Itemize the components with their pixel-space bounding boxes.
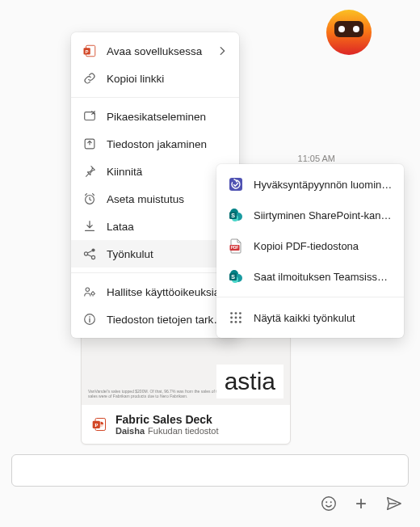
plus-icon[interactable]: + [352,495,370,512]
menu-workflows[interactable]: Työnkulut [71,240,239,268]
svg-text:S: S [231,213,235,218]
menu-pin[interactable]: Kiinnitä [71,158,239,185]
svg-point-40 [326,501,327,503]
share-icon [82,137,97,151]
menu-manage-permissions[interactable]: Hallitse käyttöoikeuksia [71,278,239,306]
preview-icon [82,109,97,124]
attachment-title: Fabric Sales Deck [116,413,219,426]
attachment-source: Fukudan tiedostot [148,426,218,436]
menu-open-in-app[interactable]: P Avaa sovelluksessa [71,37,239,65]
menu-label: Tiedoston tietojen tarkasteleminen [107,314,228,326]
info-icon [82,312,97,327]
menu-share-file[interactable]: Tiedoston jakaminen [71,130,239,158]
menu-set-reminder[interactable]: Aseta muistutus [71,185,239,213]
compose-input[interactable] [11,454,409,487]
svg-point-33 [230,317,233,319]
svg-point-41 [330,501,332,503]
apps-grid-icon [228,310,244,326]
sharepoint-icon: S [228,207,244,223]
submenu-teams-notification[interactable]: S Saat ilmoituksen Teamsissa… [216,261,404,292]
svg-point-32 [239,312,242,314]
send-icon[interactable] [384,495,402,512]
menu-label: Aseta muistutus [107,193,184,205]
menu-label: Kopioi linkki [107,73,164,85]
svg-text:P: P [86,49,89,54]
menu-label: Hallitse käyttöoikeuksia [107,286,220,298]
svg-text:S: S [231,274,235,280]
svg-point-36 [230,321,233,323]
download-icon [82,219,97,234]
menu-label: Lataa [107,221,134,233]
menu-label: Pikaesikatseleminen [107,111,206,123]
svg-point-39 [322,497,336,511]
menu-divider [71,97,239,98]
message-timestamp: 11:05 AM [298,154,335,163]
context-menu: P Avaa sovelluksessa Kopioi linkki Pikae… [71,32,239,338]
emoji-icon[interactable] [320,495,338,512]
menu-label: Avaa sovelluksessa [107,45,202,57]
attachment-meta: Fabric Sales Deck DaishaFukudan tiedosto… [116,413,219,436]
menu-download[interactable]: Lataa [71,213,239,240]
svg-point-35 [239,317,242,319]
svg-point-30 [230,312,233,314]
powerpoint-icon: P [91,415,107,433]
svg-text:P: P [94,422,98,428]
svg-text:PDF: PDF [231,246,239,250]
powerpoint-icon: P [82,44,97,58]
link-icon [82,71,97,86]
svg-point-14 [91,292,94,295]
chat-area: 11:05 AM VanVandel's sales topped $200M.… [0,0,420,527]
attachment-subtitle: DaishaFukudan tiedostot [116,426,219,436]
svg-point-37 [235,321,237,323]
approval-icon [228,176,244,192]
svg-point-34 [235,317,237,319]
attachment-owner: Daisha [116,426,145,436]
menu-copy-link[interactable]: Kopioi linkki [71,65,239,92]
compose-actions: + [11,495,409,512]
submenu-label: Hyväksyntäpyynnön luominen [254,179,393,191]
svg-point-11 [91,248,94,251]
menu-label: Kiinnitä [107,166,142,178]
submenu-label: Siirtyminen SharePoint-kansioon [254,209,393,221]
workflow-icon [82,247,97,261]
permissions-icon [82,285,97,299]
avatar [326,10,372,55]
menu-label: Tiedoston jakaminen [107,138,207,150]
submenu-label: Kopioi PDF-tiedostona [254,240,359,252]
submenu-label: Näytä kaikki työnkulut [254,312,355,324]
svg-point-12 [91,255,94,259]
svg-point-16 [89,316,90,318]
menu-label: Työnkulut [107,248,153,260]
svg-point-13 [86,288,90,292]
sharepoint-icon: S [228,268,244,285]
menu-quick-preview[interactable]: Pikaesikatseleminen [71,103,239,130]
attachment-footer: P Fabric Sales Deck DaishaFukudan tiedos… [82,405,290,444]
submenu-show-all-workflows[interactable]: Näytä kaikki työnkulut [216,302,404,333]
submenu-copy-as-pdf[interactable]: PDF Kopioi PDF-tiedostona [216,230,404,261]
svg-point-10 [84,252,87,255]
svg-point-38 [239,321,242,323]
menu-divider [71,272,239,273]
svg-point-31 [235,312,237,314]
menu-view-file-info[interactable]: Tiedoston tietojen tarkasteleminen [71,306,239,333]
compose-region: + [11,454,409,512]
avatar-emoji-face [334,21,363,37]
workflows-submenu: Hyväksyntäpyynnön luominen S Siirtyminen… [216,164,404,338]
chevron-right-icon [216,45,228,57]
attachment-preview-cropped-word: astia [216,365,284,398]
submenu-create-approval[interactable]: Hyväksyntäpyynnön luominen [216,169,404,200]
submenu-label: Saat ilmoituksen Teamsissa… [254,271,393,283]
menu-divider [216,297,404,297]
submenu-goto-sharepoint[interactable]: S Siirtyminen SharePoint-kansioon [216,200,404,230]
reminder-icon [82,192,97,206]
pin-icon [82,164,97,179]
attachment-card[interactable]: VanVandel's sales topped $200M. Of that,… [81,323,291,445]
pdf-icon: PDF [228,238,244,254]
